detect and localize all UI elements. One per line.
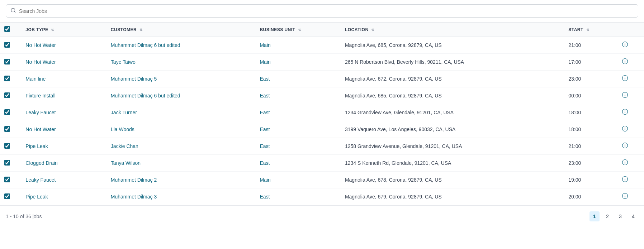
row-action[interactable] <box>617 37 644 54</box>
job-type-link[interactable]: Clogged Drain <box>25 160 58 166</box>
row-checkbox-cell[interactable] <box>0 138 21 155</box>
th-customer[interactable]: CUSTOMER ⇅ <box>106 23 256 37</box>
row-business-unit: East <box>255 104 340 121</box>
select-all-checkbox[interactable] <box>4 26 10 32</box>
row-business-unit: East <box>255 71 340 87</box>
info-icon[interactable] <box>622 194 628 200</box>
row-checkbox-cell[interactable] <box>0 87 21 104</box>
customer-link[interactable]: Muhammet Dilmaç 2 <box>111 177 157 183</box>
job-type-link[interactable]: No Hot Water <box>25 59 56 65</box>
info-icon[interactable] <box>622 76 628 82</box>
customer-link[interactable]: Tanya Wilson <box>111 160 141 166</box>
job-type-link[interactable]: Pipe Leak <box>25 194 48 200</box>
location-text: Magnolia Ave, 672, Corona, 92879, CA, US <box>345 76 442 82</box>
job-type-link[interactable]: Main line <box>25 76 46 82</box>
job-type-link[interactable]: No Hot Water <box>25 42 56 48</box>
customer-link[interactable]: Muhammet Dilmaç 5 <box>111 76 157 82</box>
business-unit-link[interactable]: Main <box>260 59 270 65</box>
job-type-link[interactable]: Leaky Faucet <box>25 177 56 183</box>
customer-link[interactable]: Muhammet Dilmaç 6 but edited <box>111 93 180 99</box>
row-checkbox-cell[interactable] <box>0 37 21 54</box>
page-3-button[interactable]: 3 <box>615 211 625 221</box>
row-start: 23:00 <box>564 155 617 172</box>
job-type-link[interactable]: Fixture Install <box>25 93 55 99</box>
row-action[interactable] <box>617 155 644 172</box>
customer-link[interactable]: Taye Taiwo <box>111 59 136 65</box>
row-checkbox-cell[interactable] <box>0 54 21 71</box>
business-unit-link[interactable]: Main <box>260 177 270 183</box>
row-checkbox-cell[interactable] <box>0 104 21 121</box>
customer-link[interactable]: Lia Woods <box>111 126 134 132</box>
th-location[interactable]: LOCATION ⇅ <box>341 23 564 37</box>
customer-link[interactable]: Jack Turner <box>111 110 137 115</box>
row-checkbox-cell[interactable] <box>0 121 21 138</box>
row-action[interactable] <box>617 104 644 121</box>
job-type-link[interactable]: Pipe Leak <box>25 143 48 149</box>
row-checkbox-cell[interactable] <box>0 71 21 87</box>
row-checkbox-cell[interactable] <box>0 155 21 172</box>
info-icon[interactable] <box>622 144 628 150</box>
row-checkbox-cell[interactable] <box>0 172 21 188</box>
row-business-unit: East <box>255 188 340 205</box>
row-start: 17:00 <box>564 54 617 71</box>
row-checkbox[interactable] <box>4 177 10 182</box>
info-icon[interactable] <box>622 110 628 116</box>
page-1-button[interactable]: 1 <box>589 211 600 221</box>
business-unit-link[interactable]: East <box>260 143 270 149</box>
customer-link[interactable]: Muhammet Dilmaç 6 but edited <box>111 42 180 48</box>
start-time: 23:00 <box>568 76 581 82</box>
row-location: Magnolia Ave, 678, Corona, 92879, CA, US <box>341 172 564 188</box>
job-type-link[interactable]: No Hot Water <box>25 126 56 132</box>
row-action[interactable] <box>617 138 644 155</box>
row-checkbox[interactable] <box>4 126 10 132</box>
th-start[interactable]: START ⇅ <box>564 23 617 37</box>
customer-link[interactable]: Jackie Chan <box>111 143 138 149</box>
info-icon[interactable] <box>622 177 628 183</box>
th-job-type[interactable]: JOB TYPE ⇅ <box>21 23 106 37</box>
table-header-row: JOB TYPE ⇅ CUSTOMER ⇅ BUSINESS UNIT ⇅ LO… <box>0 23 644 37</box>
business-unit-link[interactable]: East <box>260 126 270 132</box>
row-action[interactable] <box>617 172 644 188</box>
business-unit-link[interactable]: Main <box>260 42 270 48</box>
row-business-unit: East <box>255 121 340 138</box>
info-icon[interactable] <box>622 43 628 49</box>
business-unit-link[interactable]: East <box>260 110 270 115</box>
row-checkbox[interactable] <box>4 160 10 166</box>
info-icon[interactable] <box>622 127 628 133</box>
info-icon[interactable] <box>622 161 628 167</box>
row-checkbox[interactable] <box>4 143 10 149</box>
page-4-button[interactable]: 4 <box>628 211 638 221</box>
business-unit-link[interactable]: East <box>260 76 270 82</box>
business-unit-link[interactable]: East <box>260 160 270 166</box>
jobs-table-container: JOB TYPE ⇅ CUSTOMER ⇅ BUSINESS UNIT ⇅ LO… <box>0 22 644 205</box>
row-job-type: No Hot Water <box>21 121 106 138</box>
row-checkbox[interactable] <box>4 76 10 81</box>
row-checkbox[interactable] <box>4 193 10 199</box>
customer-link[interactable]: Muhammet Dilmaç 3 <box>111 194 157 200</box>
row-checkbox[interactable] <box>4 92 10 98</box>
row-checkbox-cell[interactable] <box>0 188 21 205</box>
sort-start-icon: ⇅ <box>586 28 589 32</box>
row-business-unit: Main <box>255 172 340 188</box>
row-location: Magnolia Ave, 685, Corona, 92879, CA, US <box>341 87 564 104</box>
business-unit-link[interactable]: East <box>260 194 270 200</box>
row-action[interactable] <box>617 121 644 138</box>
row-action[interactable] <box>617 188 644 205</box>
row-checkbox[interactable] <box>4 42 10 48</box>
row-action[interactable] <box>617 71 644 87</box>
row-checkbox[interactable] <box>4 109 10 115</box>
page-2-button[interactable]: 2 <box>602 211 612 221</box>
row-action[interactable] <box>617 54 644 71</box>
th-business-unit[interactable]: BUSINESS UNIT ⇅ <box>255 23 340 37</box>
business-unit-link[interactable]: East <box>260 93 270 99</box>
search-input[interactable] <box>19 8 634 14</box>
location-text: 1234 S Kenneth Rd, Glendale, 91201, CA, … <box>345 160 451 166</box>
row-action[interactable] <box>617 87 644 104</box>
row-checkbox[interactable] <box>4 59 10 64</box>
info-icon[interactable] <box>622 59 628 66</box>
select-all-header[interactable] <box>0 23 21 37</box>
row-location: Magnolia Ave, 672, Corona, 92879, CA, US <box>341 71 564 87</box>
job-type-link[interactable]: Leaky Faucet <box>25 110 56 115</box>
info-icon[interactable] <box>622 93 628 99</box>
start-time: 21:00 <box>568 143 581 149</box>
